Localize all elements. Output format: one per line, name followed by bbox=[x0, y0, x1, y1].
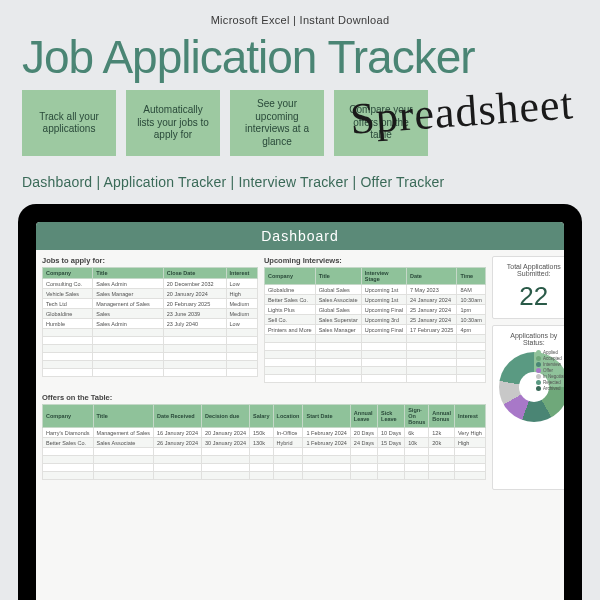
empty-row bbox=[264, 335, 485, 343]
empty-row bbox=[43, 353, 258, 361]
jobs-title: Jobs to apply for: bbox=[42, 256, 258, 265]
interviews-section: Upcoming Interviews: CompanyTitleIntervi… bbox=[264, 256, 486, 383]
empty-row bbox=[43, 361, 258, 369]
offers-table[interactable]: CompanyTitleDate ReceivedDecision dueSal… bbox=[42, 404, 486, 480]
table-row[interactable]: Better Sales Co.Sales Associate26 Januar… bbox=[43, 438, 486, 448]
column-header[interactable]: Interest bbox=[226, 268, 257, 279]
legend-item: Archived bbox=[536, 386, 564, 391]
table-row[interactable]: Printers and MoreSales ManagerUpcoming F… bbox=[264, 325, 485, 335]
column-header[interactable]: Date Received bbox=[154, 405, 202, 428]
main-title: Job Application Tracker bbox=[0, 26, 600, 84]
interviews-title: Upcoming Interviews: bbox=[264, 256, 486, 265]
column-header[interactable]: Close Date bbox=[163, 268, 226, 279]
empty-row bbox=[43, 345, 258, 353]
offers-section: Offers on the Table: CompanyTitleDate Re… bbox=[42, 393, 486, 480]
table-row[interactable]: Tech LtdManagement of Sales20 February 2… bbox=[43, 299, 258, 309]
column-header[interactable]: Title bbox=[315, 268, 361, 285]
table-row[interactable]: Better Sales Co.Sales AssociateUpcoming … bbox=[264, 295, 485, 305]
table-row[interactable]: Harry's DiamondsManagement of Sales16 Ja… bbox=[43, 428, 486, 438]
column-header[interactable]: Title bbox=[93, 268, 164, 279]
column-header[interactable]: Date bbox=[406, 268, 456, 285]
empty-row bbox=[43, 369, 258, 377]
empty-row bbox=[43, 472, 486, 480]
empty-row bbox=[264, 343, 485, 351]
spreadsheet-screen: Dashboard Jobs to apply for: CompanyTitl… bbox=[36, 222, 564, 600]
jobs-table[interactable]: CompanyTitleClose DateInterestConsulting… bbox=[42, 267, 258, 377]
column-header[interactable]: Start Date bbox=[303, 405, 350, 428]
legend-item: Applied bbox=[536, 350, 564, 355]
column-header[interactable]: Company bbox=[264, 268, 315, 285]
tablet-frame: Dashboard Jobs to apply for: CompanyTitl… bbox=[18, 204, 582, 600]
empty-row bbox=[264, 359, 485, 367]
ribbon-2: Automatically lists your jobs to apply f… bbox=[126, 90, 220, 156]
legend-item: Rejected bbox=[536, 380, 564, 385]
table-row[interactable]: Vehicle SalesSales Manager20 January 202… bbox=[43, 289, 258, 299]
ribbon-3: See your upcoming interviews at a glance bbox=[230, 90, 324, 156]
empty-row bbox=[43, 464, 486, 472]
header-meta: Microsoft Excel | Instant Download bbox=[0, 0, 600, 26]
legend-item: In Negotiating bbox=[536, 374, 564, 379]
legend-item: Accepted bbox=[536, 356, 564, 361]
status-box: Applications by Status: AppliedAcceptedI… bbox=[492, 325, 564, 490]
column-header[interactable]: Interview Stage bbox=[361, 268, 406, 285]
interviews-table[interactable]: CompanyTitleInterview StageDateTimeGloba… bbox=[264, 267, 486, 383]
status-title: Applications by Status: bbox=[499, 332, 564, 346]
table-row[interactable]: HumbleSales Admin23 July 2040Low bbox=[43, 319, 258, 329]
chart-legend: AppliedAcceptedInterviewOfferIn Negotiat… bbox=[536, 350, 564, 391]
column-header[interactable]: Decision due bbox=[202, 405, 250, 428]
legend-item: Offer bbox=[536, 368, 564, 373]
column-header[interactable]: Time bbox=[457, 268, 485, 285]
column-header[interactable]: Annual Bonus bbox=[429, 405, 455, 428]
column-header[interactable]: Company bbox=[43, 268, 93, 279]
table-row[interactable]: Lights PlusGlobal SalesUpcoming Final25 … bbox=[264, 305, 485, 315]
empty-row bbox=[43, 337, 258, 345]
ribbon-1: Track all your applications bbox=[22, 90, 116, 156]
table-row[interactable]: GlobaldineGlobal SalesUpcoming 1st7 May … bbox=[264, 285, 485, 295]
jobs-section: Jobs to apply for: CompanyTitleClose Dat… bbox=[42, 256, 258, 383]
subnav: Dashbaord | Application Tracker | Interv… bbox=[0, 160, 600, 204]
column-header[interactable]: Salary bbox=[250, 405, 274, 428]
column-header[interactable]: Location bbox=[273, 405, 303, 428]
total-apps-box: Total Applications Submitted: 22 bbox=[492, 256, 564, 319]
total-title: Total Applications Submitted: bbox=[499, 263, 564, 277]
column-header[interactable]: Title bbox=[93, 405, 154, 428]
table-row[interactable]: Consulting Co.Sales Admin20 December 203… bbox=[43, 279, 258, 289]
offers-title: Offers on the Table: bbox=[42, 393, 486, 402]
dashboard-header: Dashboard bbox=[36, 222, 564, 250]
empty-row bbox=[264, 351, 485, 359]
legend-item: Interview bbox=[536, 362, 564, 367]
column-header[interactable]: Annual Leave bbox=[350, 405, 377, 428]
table-row[interactable]: GlobaldineSales23 June 2039Medium bbox=[43, 309, 258, 319]
column-header[interactable]: Company bbox=[43, 405, 94, 428]
empty-row bbox=[264, 367, 485, 375]
column-header[interactable]: Sign-On Bonus bbox=[405, 405, 429, 428]
empty-row bbox=[264, 375, 485, 383]
table-row[interactable]: Sell Co.Sales SuperstarUpcoming 3rd25 Ja… bbox=[264, 315, 485, 325]
total-value: 22 bbox=[499, 281, 564, 312]
empty-row bbox=[43, 448, 486, 456]
column-header[interactable]: Interest bbox=[454, 405, 485, 428]
empty-row bbox=[43, 329, 258, 337]
empty-row bbox=[43, 456, 486, 464]
column-header[interactable]: Sick Leave bbox=[378, 405, 405, 428]
